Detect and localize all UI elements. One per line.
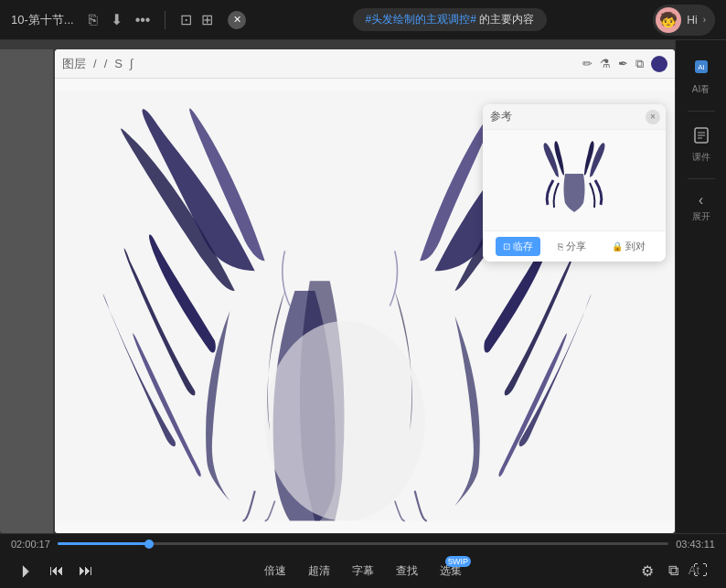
mid-icons: ⊡ ⊞ xyxy=(180,11,213,28)
right-panel: AI AI看 课件 › 展开 xyxy=(675,40,726,533)
reference-panel: 参考 × xyxy=(483,104,666,262)
time-current: 02:00:17 xyxy=(11,539,50,550)
user-avatar-area[interactable]: 🧒 Hi › xyxy=(653,5,715,36)
reference-title: 参考 xyxy=(490,109,512,124)
reference-close-button[interactable]: × xyxy=(646,110,660,124)
expand-label: 展开 xyxy=(692,210,710,223)
share-button[interactable]: ⎘ 分享 xyxy=(550,237,593,256)
speed-button[interactable]: 倍速 xyxy=(264,560,286,583)
lock-icon: 🔒 xyxy=(612,241,623,251)
reference-actions: ⊡ 临存 ⎘ 分享 🔒 到对 xyxy=(483,230,666,262)
delete-label: 到对 xyxy=(625,240,646,253)
main-area: 图层 / / S ∫ ✏ ⚗ ✒ ⧉ ↩ ⊙ ⬜ ↩ ⋯ xyxy=(0,40,726,533)
ai-label: AI看 xyxy=(692,83,710,96)
drawing-app: 图层 / / S ∫ ✏ ⚗ ✒ ⧉ ↩ ⊙ ⬜ ↩ ⋯ xyxy=(55,49,675,533)
ctrl-center: 倍速 超清 字幕 查找 选集 5WIP xyxy=(191,560,536,583)
video-title: 10-第十节... xyxy=(11,12,74,28)
tag-pill: #头发绘制的主观调控# 的主要内容 xyxy=(353,8,548,31)
ctrl-left: ⏵ ⏮ ⏭ xyxy=(18,561,191,581)
hi-label: Hi xyxy=(687,14,697,27)
download-icon[interactable]: ⬇ xyxy=(111,11,123,28)
hd-button[interactable]: 超清 xyxy=(308,560,330,583)
avatar: 🧒 xyxy=(656,7,681,33)
close-button[interactable]: ✕ xyxy=(228,11,246,29)
tag-area: #头发绘制的主观调控# 的主要内容 xyxy=(261,8,638,31)
progress-area: 02:00:17 03:43:11 xyxy=(0,534,726,554)
progress-dot xyxy=(144,540,154,549)
import-icon: ⊡ xyxy=(503,241,510,251)
layer-icon[interactable]: 图层 xyxy=(62,56,86,72)
drawing-toolbar: 图层 / / S ∫ ✏ ⚗ ✒ ⧉ xyxy=(55,49,675,79)
divider-1 xyxy=(165,11,165,29)
p-tool[interactable]: ∫ xyxy=(130,57,133,70)
progress-fill xyxy=(58,542,149,545)
controls-row: ⏵ ⏮ ⏭ 倍速 超清 字幕 查找 选集 5WIP ⚙ ⧉ ⛶ xyxy=(0,554,726,588)
reference-header: 参考 × xyxy=(483,104,666,130)
subtitle-button[interactable]: 字幕 xyxy=(352,560,374,583)
svg-point-1 xyxy=(265,321,425,521)
prev-icon[interactable]: ⏮ xyxy=(49,562,64,579)
time-total: 03:43:11 xyxy=(676,539,715,550)
search-button[interactable]: 查找 xyxy=(396,560,418,583)
tag-highlight: #头发绘制的主观调控# xyxy=(366,13,476,26)
pencil-tool[interactable]: / xyxy=(93,57,97,70)
delete-button[interactable]: 🔒 到对 xyxy=(604,237,653,256)
settings-icon[interactable]: ⚙ xyxy=(641,562,654,580)
import-label: 临存 xyxy=(513,240,533,253)
fill-icon[interactable]: ✒ xyxy=(618,57,628,70)
s-tool[interactable]: S xyxy=(114,57,123,70)
panel-divider-2 xyxy=(688,178,715,179)
pen-tool[interactable]: / xyxy=(104,57,108,70)
bottom-bar: 02:00:17 03:43:11 ⏵ ⏮ ⏭ 倍速 超清 字幕 查找 选集 5… xyxy=(0,533,726,588)
ai-icon: AI xyxy=(691,57,711,81)
select-badge: 5WIP xyxy=(445,556,471,567)
crop-icon[interactable]: ⊞ xyxy=(201,11,213,28)
dropper-icon[interactable]: ⚗ xyxy=(600,57,611,70)
share-ref-label: 分享 xyxy=(566,240,586,253)
svg-text:AI: AI xyxy=(698,63,705,71)
next-icon[interactable]: ⏭ xyxy=(79,562,93,579)
at-text-area: At xyxy=(662,551,726,588)
course-label: 课件 xyxy=(692,151,710,164)
import-button[interactable]: ⊡ 临存 xyxy=(496,237,540,256)
share-ref-icon: ⎘ xyxy=(558,241,563,251)
course-panel-item[interactable]: 课件 xyxy=(676,119,726,171)
panel-divider xyxy=(688,111,715,112)
chevron-down-icon: › xyxy=(703,15,706,25)
left-sidebar-area xyxy=(0,49,53,533)
toolbar-right: ✏ ⚗ ✒ ⧉ xyxy=(582,56,667,72)
share-icon[interactable]: ⎘ xyxy=(89,12,98,28)
at-text: At xyxy=(689,563,699,577)
top-bar: 10-第十节... ⎘ ⬇ ••• ⊡ ⊞ ✕ #头发绘制的主观调控# 的主要内… xyxy=(0,0,726,40)
ai-panel-item[interactable]: AI AI看 xyxy=(676,49,726,103)
layer-stack-icon[interactable]: ⧉ xyxy=(635,57,644,71)
expand-chevron-icon: › xyxy=(699,192,703,208)
top-bar-actions: ⎘ ⬇ ••• xyxy=(89,11,151,28)
screen-icon[interactable]: ⊡ xyxy=(180,11,192,28)
reference-image-area xyxy=(483,130,666,230)
brush-icon[interactable]: ✏ xyxy=(582,57,593,70)
progress-bar[interactable] xyxy=(58,542,668,545)
play-icon[interactable]: ⏵ xyxy=(18,561,35,581)
course-icon xyxy=(692,126,710,149)
reference-image xyxy=(533,139,615,221)
select-button[interactable]: 选集 5WIP xyxy=(440,560,462,583)
more-icon[interactable]: ••• xyxy=(135,12,151,28)
expand-button[interactable]: › 展开 xyxy=(689,187,714,229)
video-canvas: 图层 / / S ∫ ✏ ⚗ ✒ ⧉ ↩ ⊙ ⬜ ↩ ⋯ xyxy=(0,40,675,533)
color-swatch[interactable] xyxy=(651,56,667,72)
